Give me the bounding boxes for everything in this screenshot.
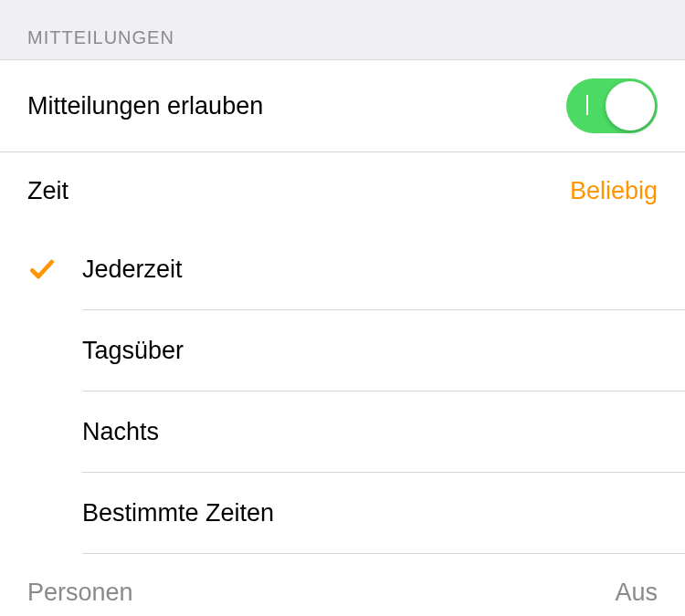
- time-value: Beliebig: [570, 177, 658, 205]
- persons-value: Aus: [615, 579, 658, 607]
- toggle-knob-icon: [606, 81, 655, 131]
- checkmark-icon: [27, 255, 82, 284]
- settings-list: Mitteilungen erlauben Zeit Beliebig Jede…: [0, 59, 685, 616]
- option-label: Jederzeit: [82, 256, 658, 284]
- persons-label: Personen: [27, 579, 615, 607]
- section-header-mitteilungen: MITTEILUNGEN: [0, 0, 685, 59]
- row-allow-notifications[interactable]: Mitteilungen erlauben: [0, 60, 685, 151]
- option-bestimmte-zeiten[interactable]: Bestimmte Zeiten: [0, 473, 685, 553]
- option-label: Tagsüber: [82, 337, 658, 365]
- row-time[interactable]: Zeit Beliebig: [0, 151, 685, 229]
- option-jederzeit[interactable]: Jederzeit: [0, 229, 685, 309]
- time-label: Zeit: [27, 177, 570, 205]
- toggle-on-indicator-icon: [586, 95, 588, 115]
- time-options-group: Jederzeit Tagsüber Nachts Bestimmte Zeit…: [0, 229, 685, 554]
- row-persons[interactable]: Personen Aus: [0, 554, 685, 616]
- allow-notifications-toggle[interactable]: [566, 78, 658, 133]
- allow-notifications-label: Mitteilungen erlauben: [27, 92, 566, 120]
- option-tagsueber[interactable]: Tagsüber: [0, 310, 685, 391]
- option-label: Bestimmte Zeiten: [82, 499, 658, 527]
- option-label: Nachts: [82, 418, 658, 446]
- option-nachts[interactable]: Nachts: [0, 392, 685, 472]
